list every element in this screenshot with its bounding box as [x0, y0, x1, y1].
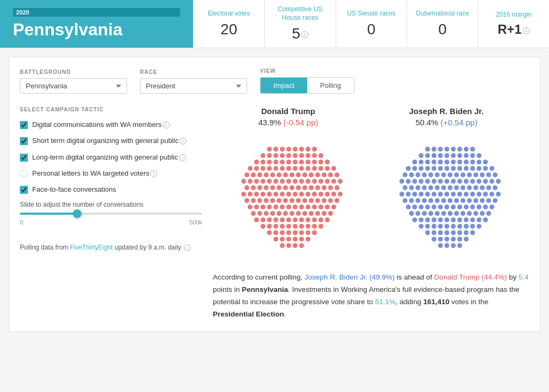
red-dot: [244, 172, 249, 177]
red-dot: [273, 230, 278, 235]
tactics-label: SELECT CAMPAIGN TACTIC: [20, 107, 202, 112]
blue-dot: [461, 172, 465, 177]
tactic-checkbox[interactable]: [20, 121, 28, 129]
blue-dot: [470, 179, 475, 184]
red-dot: [325, 205, 330, 209]
red-dot: [325, 192, 330, 197]
blue-dot: [419, 153, 424, 158]
blue-dot: [483, 192, 488, 197]
polling-info-icon[interactable]: i: [184, 244, 191, 251]
blue-dot: [412, 205, 417, 209]
red-dot: [306, 153, 310, 158]
tactic-info-icon[interactable]: i: [180, 138, 187, 145]
red-dot: [293, 205, 298, 209]
red-dot: [312, 166, 317, 171]
red-dot: [254, 217, 259, 222]
blue-dot: [435, 211, 440, 216]
blue-dot: [470, 147, 475, 152]
tactics-list: Digital communications with WA membersiS…: [20, 120, 202, 225]
tactic-checkbox[interactable]: [20, 186, 28, 194]
blue-dot: [464, 160, 469, 164]
red-dot: [286, 179, 291, 184]
tactic-text: Short term digital organizing with gener…: [32, 136, 187, 146]
tactic-text: Long-term digital organizing with genera…: [32, 153, 186, 162]
red-dot: [309, 211, 314, 216]
red-dot: [280, 179, 285, 184]
tactic-info-icon[interactable]: i: [150, 170, 157, 177]
red-dot: [286, 205, 291, 209]
blue-dot: [399, 192, 404, 197]
dot-row: [389, 185, 512, 190]
dot-row: [389, 153, 512, 158]
battleground-label: BATTLEGROUND: [20, 69, 127, 75]
tactic-checkbox[interactable]: [20, 154, 28, 162]
blue-dot: [477, 153, 481, 158]
red-dot: [251, 172, 256, 177]
red-dot: [335, 185, 339, 190]
blue-dot: [416, 198, 420, 203]
red-dot: [293, 192, 298, 197]
blue-dot: [419, 192, 424, 197]
blue-dot: [480, 198, 485, 203]
red-dot: [293, 179, 298, 184]
blue-dot: [438, 147, 443, 152]
dot-row: [231, 198, 354, 203]
polling-view-button[interactable]: Polling: [307, 78, 354, 93]
blue-dot: [438, 179, 443, 184]
blue-dot: [438, 243, 443, 248]
red-dot: [306, 160, 310, 164]
red-dot: [299, 243, 304, 248]
info-icon[interactable]: i: [523, 27, 530, 34]
dot-row: [389, 198, 512, 203]
dot-row: [389, 243, 512, 248]
blue-dot: [432, 166, 436, 171]
blue-dot: [477, 224, 481, 229]
red-dot: [306, 166, 310, 171]
blue-dot: [425, 205, 430, 209]
blue-dot: [451, 153, 456, 158]
dot-row: [389, 205, 512, 209]
blue-dot: [477, 166, 481, 171]
blue-dot: [406, 192, 411, 197]
fivethirtyeight-link[interactable]: FiveThirtyEight: [70, 244, 113, 251]
desc-part: Presidential Election: [213, 310, 284, 318]
radio-button[interactable]: [20, 170, 28, 178]
battleground-select[interactable]: Pennsylvania: [20, 78, 127, 94]
red-dot: [280, 243, 285, 248]
biden-candidate: Joseph R. Biden Jr. 50.4% (+0.54 pp): [409, 107, 484, 127]
impact-view-button[interactable]: Impact: [261, 78, 307, 93]
race-select[interactable]: President: [140, 78, 247, 94]
desc-part: by: [507, 273, 519, 281]
tactic-info-icon[interactable]: i: [163, 122, 170, 129]
dot-row: [389, 172, 512, 177]
red-dot: [254, 179, 259, 184]
blue-dot: [444, 243, 449, 248]
blue-dot: [448, 172, 452, 177]
red-dot: [299, 160, 304, 164]
blue-dot: [435, 198, 440, 203]
red-dot: [241, 179, 246, 184]
stat-label: US Senate races: [347, 10, 396, 18]
red-dot: [286, 237, 291, 242]
blue-dot: [403, 172, 407, 177]
red-dot: [286, 224, 291, 229]
red-dot: [273, 179, 278, 184]
red-dot: [277, 198, 281, 203]
red-dot: [251, 198, 256, 203]
left-sidebar: SELECT CAMPAIGN TACTIC Digital communica…: [20, 107, 202, 321]
info-icon[interactable]: i: [301, 31, 308, 38]
red-dot: [318, 224, 323, 229]
blue-dot: [457, 160, 462, 164]
blue-dot: [425, 192, 430, 197]
dot-row: [231, 147, 354, 152]
red-dot: [299, 147, 304, 152]
red-dot: [280, 224, 285, 229]
tactic-info-icon[interactable]: i: [179, 154, 186, 161]
red-dot: [244, 185, 249, 190]
red-dot: [296, 198, 301, 203]
red-dot: [312, 230, 317, 235]
blue-dot: [425, 153, 430, 158]
tactic-item: Digital communications with WA membersi: [20, 120, 202, 130]
slider-thumb[interactable]: [73, 209, 81, 218]
tactic-checkbox[interactable]: [20, 137, 28, 145]
